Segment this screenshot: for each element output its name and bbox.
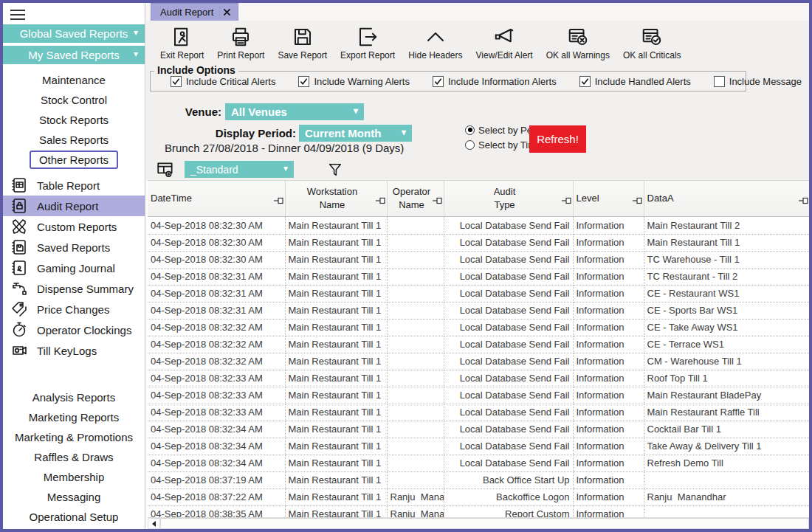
sidebar-item-audit-report[interactable]: Audit Report [3,196,145,216]
table-row[interactable]: 04-Sep-2018 08:32:31 AMMain Restaurant T… [148,285,809,302]
toolbar-button-label: View/Edit Alert [476,50,533,61]
pin-icon[interactable] [633,195,642,202]
sidebar-item-table-report[interactable]: Table Report [3,175,145,196]
table-row[interactable]: 04-Sep-2018 08:32:31 AMMain Restaurant T… [148,268,809,285]
save-icon [292,26,314,48]
close-icon[interactable] [224,9,230,15]
table-cell: 04-Sep-2018 08:37:19 AM [148,471,285,488]
ok-all-criticals-button[interactable]: OK all Criticals [616,24,688,62]
sidebar-item-messaging[interactable]: Messaging [3,487,145,507]
include-message-checkbox[interactable]: Include Message [714,76,802,87]
save-report-button[interactable]: Save Report [271,24,334,62]
include-critical-alerts-checkbox[interactable]: Include Critical Alerts [171,76,275,87]
sidebar-item-operational-setup[interactable]: Operational Setup [3,507,145,527]
column-header-datetime[interactable]: DateTime [148,181,285,217]
global-saved-reports-dropdown[interactable]: Global Saved Reports ▾ [3,24,145,43]
table-cell: Local Database Send Fail [444,268,573,285]
table-cell: Back Office Start Up [444,471,573,488]
pin-icon[interactable] [274,195,283,202]
display-period-dropdown[interactable]: Current Month ▾ [299,125,412,142]
sidebar-item-custom-reports[interactable]: Custom Reports [3,216,145,237]
table-row[interactable]: 04-Sep-2018 08:32:33 AMMain Restaurant T… [148,370,809,387]
grid-layout-dropdown[interactable]: _Standard ▾ [185,161,294,178]
scroll-left-button[interactable] [148,518,160,529]
table-cell: Information [573,353,644,370]
view-edit-alert-button[interactable]: View/Edit Alert [469,24,540,62]
sidebar-item-marketing-promotions[interactable]: Marketing & Promotions [3,427,145,447]
table-row[interactable]: 04-Sep-2018 08:32:33 AMMain Restaurant T… [148,387,809,404]
sidebar-item-dispense-summary[interactable]: Dispense Summary [3,278,145,299]
column-header-dataa[interactable]: DataA [644,181,809,217]
chevron-down-icon: ▾ [134,49,138,59]
table-row[interactable]: 04-Sep-2018 08:32:32 AMMain Restaurant T… [148,319,809,336]
sidebar-item-operator-clockings[interactable]: Operator Clockings [3,319,145,340]
table-row[interactable]: 04-Sep-2018 08:38:35 AMMain Restaurant T… [148,505,809,517]
refresh-button[interactable]: Refresh! [529,125,586,153]
table-cell: CE - Terrace WS1 [644,336,809,353]
export-report-button[interactable]: Export Report [334,24,402,62]
pin-icon[interactable] [433,195,442,202]
table-row[interactable]: 04-Sep-2018 08:32:30 AMMain Restaurant T… [148,234,809,251]
sidebar-item-membership[interactable]: Membership [3,467,145,487]
table-row[interactable]: 04-Sep-2018 08:32:32 AMMain Restaurant T… [148,353,809,370]
checkbox-icon [579,76,591,87]
sidebar-item-saved-reports[interactable]: Saved Reports [3,237,145,258]
table-cell [387,285,444,302]
venue-dropdown[interactable]: All Venues ▾ [225,103,364,120]
column-header-operator-name[interactable]: Operator Name [387,181,444,217]
pin-icon[interactable] [799,195,808,202]
sidebar-item-label: Dispense Summary [37,283,134,295]
include-information-alerts-checkbox[interactable]: Include Information Alerts [433,76,557,87]
column-chooser-icon[interactable] [156,160,175,179]
filter-icon[interactable] [327,162,343,178]
table-row[interactable]: 04-Sep-2018 08:32:31 AMMain Restaurant T… [148,302,809,319]
table-row[interactable]: 04-Sep-2018 08:32:34 AMMain Restaurant T… [148,421,809,438]
sidebar-item-other-reports[interactable]: Other Reports [3,150,145,170]
table-cell: Ranju Mana [387,488,444,505]
sidebar-item-marketing-reports[interactable]: Marketing Reports [3,407,145,427]
column-header-level[interactable]: Level [573,181,644,217]
sidebar-item-analysis-reports[interactable]: Analysis Reports [3,387,145,407]
sidebar-item-gaming-journal[interactable]: Gaming Journal [3,258,145,278]
table-row[interactable]: 04-Sep-2018 08:32:30 AMMain Restaurant T… [148,217,809,234]
sidebar-item-stock-control[interactable]: Stock Control [3,90,145,110]
horizontal-scrollbar[interactable] [148,517,809,529]
include-handled-alerts-checkbox[interactable]: Include Handled Alerts [579,76,691,87]
table-row[interactable]: 04-Sep-2018 08:32:33 AMMain Restaurant T… [148,404,809,421]
table-cell: 04-Sep-2018 08:32:30 AM [148,217,285,234]
table-cell: 04-Sep-2018 08:32:33 AM [148,370,285,387]
scrollbar-thumb[interactable] [160,518,809,529]
sidebar-item-label: Stock Control [41,94,107,106]
table-cell: Ranju Manandhar [644,488,809,505]
pin-icon[interactable] [376,195,385,202]
table-row[interactable]: 04-Sep-2018 08:32:32 AMMain Restaurant T… [148,336,809,353]
sidebar-item-maintenance[interactable]: Maintenance [3,70,145,90]
exit-report-button[interactable]: Exit Report [154,24,210,62]
column-header-workstation-name[interactable]: Workstation Name [285,181,387,217]
column-header-audit-type[interactable]: Audit Type [444,181,573,217]
dispense-summary-icon [10,280,28,297]
venue-label: Venue: [146,106,221,118]
table-row[interactable]: 04-Sep-2018 08:32:34 AMMain Restaurant T… [148,438,809,455]
toolbar-button-label: Print Report [217,50,264,61]
table-row[interactable]: 04-Sep-2018 08:32:34 AMMain Restaurant T… [148,455,809,471]
sidebar-item-stock-reports[interactable]: Stock Reports [3,110,145,130]
table-row[interactable]: 04-Sep-2018 08:37:22 AMMain Restaurant T… [148,488,809,505]
sidebar-item-till-keylogs[interactable]: Till KeyLogs [3,340,145,361]
table-row[interactable]: 04-Sep-2018 08:37:19 AMMain Restaurant T… [148,471,809,488]
hide-headers-button[interactable]: Hide Headers [402,24,469,62]
my-saved-reports-dropdown[interactable]: My Saved Reports ▾ [3,46,145,64]
sidebar-item-raffles-draws[interactable]: Raffles & Draws [3,447,145,467]
table-cell: Local Database Send Fail [444,217,573,234]
tab-audit-report[interactable]: Audit Report [151,3,238,21]
sidebar-item-price-changes[interactable]: Price Changes [3,299,145,319]
hamburger-menu-icon[interactable] [10,10,25,20]
pin-icon[interactable] [562,195,571,202]
sidebar-item-sales-reports[interactable]: Sales Reports [3,130,145,150]
print-report-button[interactable]: Print Report [210,24,271,62]
table-row[interactable]: 04-Sep-2018 08:32:30 AMMain Restaurant T… [148,251,809,268]
table-cell: Report Custom [444,505,573,517]
ok-all-warnings-button[interactable]: OK all Warnings [540,24,616,62]
include-warning-alerts-checkbox[interactable]: Include Warning Alerts [298,76,410,87]
column-header-label: Workstation Name [307,186,357,210]
